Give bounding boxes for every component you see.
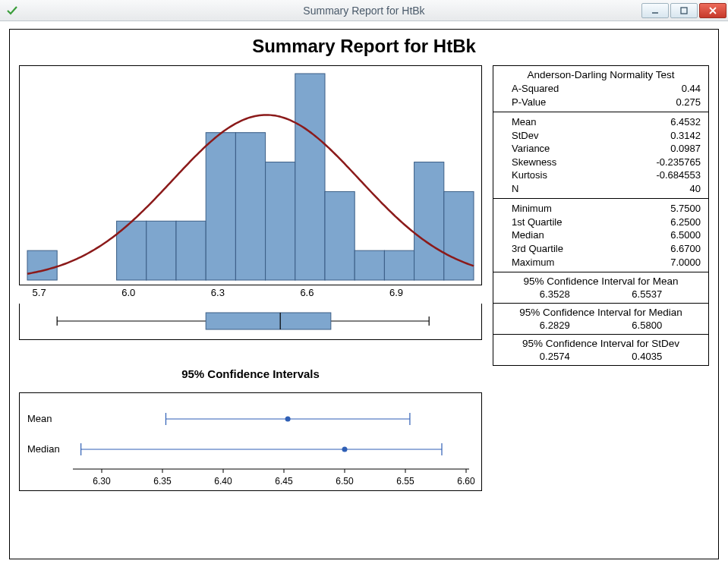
ci-row-label: Mean <box>27 413 52 424</box>
ci-median-block: 95% Confidence Interval for Median 6.282… <box>493 304 708 335</box>
charts-column: 5.76.06.36.66.9 95% Confidence Intervals… <box>19 61 482 491</box>
histogram-tick: 6.3 <box>211 287 225 298</box>
max-label: Maximum <box>501 256 554 269</box>
ci-stdev-title: 95% Confidence Interval for StDev <box>501 338 701 349</box>
normality-block: Anderson-Darling Normality Test A-Square… <box>493 66 708 112</box>
descriptive-block: Mean6.4532 StDev0.3142 Variance0.0987 Sk… <box>493 112 708 199</box>
ci-tick: 6.30 <box>93 476 111 487</box>
window-controls <box>641 3 728 18</box>
min-value: 5.7500 <box>640 202 701 216</box>
ci-row-label: Median <box>27 443 60 455</box>
kurtosis-value: -0.684553 <box>640 168 701 182</box>
svg-point-28 <box>342 447 348 452</box>
variance-label: Variance <box>501 142 550 156</box>
ci-tick: 6.55 <box>396 476 414 487</box>
q3-label: 3rd Quartile <box>501 242 563 256</box>
svg-rect-1 <box>681 8 687 14</box>
ci-tick: 6.60 <box>457 476 475 487</box>
a-squared-value: 0.44 <box>640 82 701 96</box>
histogram-chart <box>19 65 482 285</box>
ci-median-lo: 6.2829 <box>540 320 570 331</box>
ci-panel-title: 95% Confidence Intervals <box>19 367 482 380</box>
boxplot-chart <box>19 304 482 340</box>
normality-title: Anderson-Darling Normality Test <box>501 69 701 80</box>
ci-svg: MeanMedian6.306.356.406.456.506.556.60 <box>20 393 481 490</box>
window-titlebar: Summary Report for HtBk <box>0 0 728 21</box>
quartiles-block: Minimum5.7500 1st Quartile6.2500 Median6… <box>493 199 708 272</box>
ci-stdev-lo: 0.2574 <box>540 351 570 362</box>
stdev-value: 0.3142 <box>640 129 701 143</box>
histogram-tick: 5.7 <box>33 287 46 298</box>
svg-rect-6 <box>206 133 235 280</box>
svg-point-24 <box>285 417 291 422</box>
stats-table: Anderson-Darling Normality Test A-Square… <box>493 65 709 366</box>
ci-mean-title: 95% Confidence Interval for Mean <box>501 276 701 287</box>
min-label: Minimum <box>501 202 552 216</box>
skewness-value: -0.235765 <box>640 156 701 169</box>
ci-median-hi: 6.5800 <box>632 320 662 331</box>
ci-stdev-hi: 0.4035 <box>632 351 662 362</box>
q1-label: 1st Quartile <box>501 216 562 229</box>
ci-tick: 6.35 <box>153 476 172 487</box>
svg-rect-10 <box>325 191 355 280</box>
svg-rect-4 <box>147 221 176 280</box>
histogram-tick: 6.9 <box>389 287 403 298</box>
n-label: N <box>501 182 518 196</box>
ci-stdev-block: 95% Confidence Interval for StDev 0.2574… <box>493 335 708 365</box>
report-frame: Summary Report for HtBk 5.76.06.36.66.9 … <box>9 29 719 559</box>
ci-mean-hi: 6.5537 <box>632 288 662 300</box>
svg-rect-7 <box>235 133 265 280</box>
mean-value: 6.4532 <box>640 115 701 129</box>
stdev-label: StDev <box>501 129 538 143</box>
svg-rect-14 <box>444 191 474 280</box>
ci-tick: 6.50 <box>336 476 354 487</box>
histogram-tick: 6.0 <box>121 287 135 298</box>
svg-rect-2 <box>27 250 57 280</box>
median-value: 6.5000 <box>640 228 701 242</box>
ci-tick: 6.40 <box>214 476 232 487</box>
svg-rect-12 <box>384 250 414 280</box>
stats-column: Anderson-Darling Normality Test A-Square… <box>493 61 709 366</box>
ci-mean-lo: 6.3528 <box>540 288 570 300</box>
histogram-tick: 6.6 <box>300 287 314 298</box>
histogram-svg <box>20 66 481 285</box>
kurtosis-label: Kurtosis <box>501 168 547 182</box>
report-title: Summary Report for HtBk <box>10 36 718 57</box>
boxplot-svg <box>20 304 481 339</box>
max-value: 7.0000 <box>640 256 701 269</box>
svg-rect-13 <box>414 162 444 280</box>
a-squared-label: A-Squared <box>501 82 559 96</box>
variance-value: 0.0987 <box>640 142 701 156</box>
svg-rect-5 <box>176 221 206 280</box>
histogram-x-ticks: 5.76.06.36.66.9 <box>19 285 482 299</box>
mean-label: Mean <box>501 115 537 129</box>
ci-tick: 6.45 <box>275 476 293 487</box>
q1-value: 6.2500 <box>640 216 701 229</box>
n-value: 40 <box>640 182 701 196</box>
svg-rect-8 <box>266 162 295 280</box>
skewness-label: Skewness <box>501 156 556 169</box>
window-title: Summary Report for HtBk <box>0 5 728 17</box>
svg-rect-9 <box>295 74 325 280</box>
close-button[interactable] <box>699 3 726 18</box>
p-value-label: P-Value <box>501 96 546 109</box>
minimize-button[interactable] <box>641 3 669 18</box>
p-value: 0.275 <box>640 96 701 109</box>
svg-rect-11 <box>355 250 384 280</box>
checkmark-icon <box>6 5 18 17</box>
ci-chart: MeanMedian6.306.356.406.456.506.556.60 <box>19 392 482 491</box>
median-label: Median <box>501 228 544 242</box>
svg-rect-19 <box>206 313 331 329</box>
ci-mean-block: 95% Confidence Interval for Mean 6.35286… <box>493 272 708 304</box>
q3-value: 6.6700 <box>640 242 701 256</box>
maximize-button[interactable] <box>670 3 698 18</box>
ci-median-title: 95% Confidence Interval for Median <box>501 307 701 318</box>
